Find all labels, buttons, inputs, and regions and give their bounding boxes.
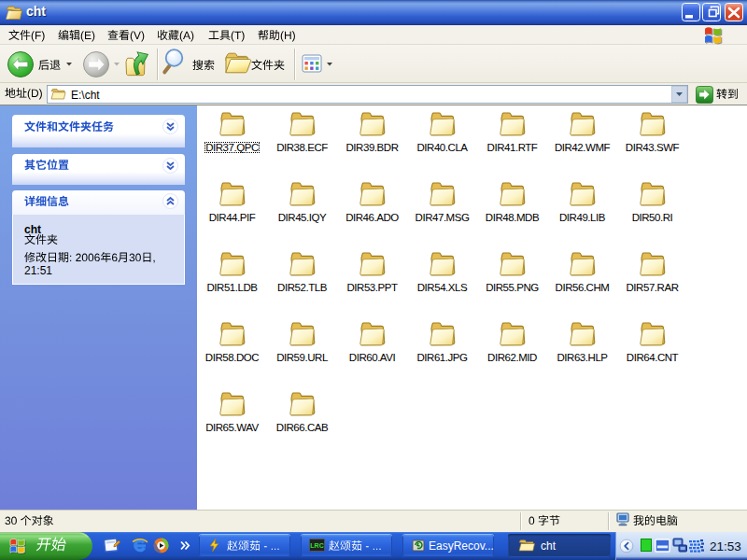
svg-text:LRC: LRC [310,542,323,549]
